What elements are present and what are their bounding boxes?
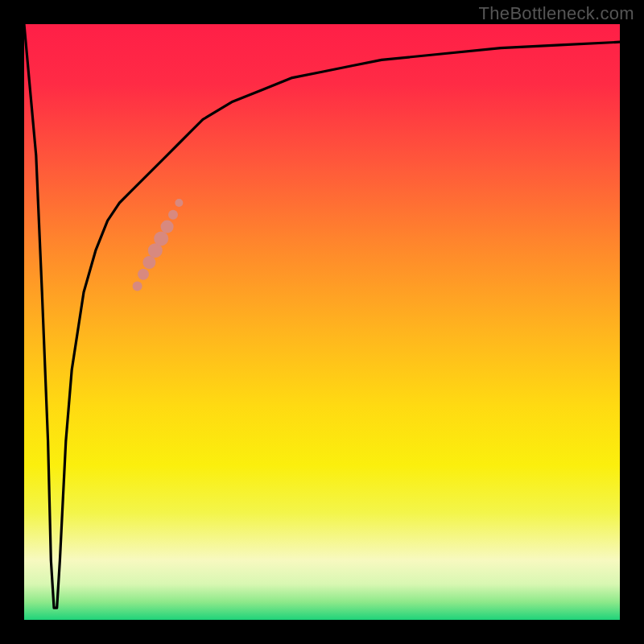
bottleneck-curve xyxy=(24,24,620,608)
highlight-dot xyxy=(154,231,168,246)
highlight-dots xyxy=(133,199,184,291)
plot-area xyxy=(24,24,620,620)
watermark-text: TheBottleneck.com xyxy=(479,3,634,24)
highlight-dot xyxy=(142,256,155,269)
chart-frame: TheBottleneck.com xyxy=(0,0,644,644)
highlight-dot xyxy=(133,282,142,291)
curve-svg xyxy=(24,24,620,620)
highlight-dot xyxy=(161,221,174,233)
highlight-dot xyxy=(138,269,149,280)
highlight-dot xyxy=(168,210,178,220)
highlight-dot xyxy=(175,199,183,207)
